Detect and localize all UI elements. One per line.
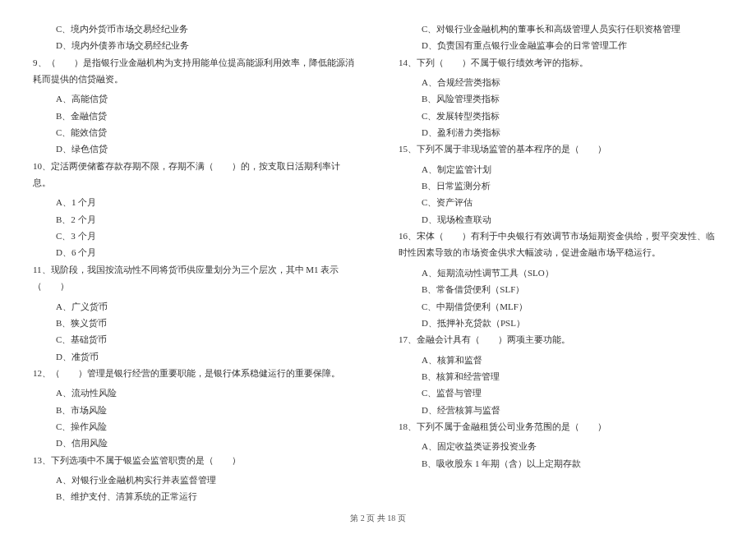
right-column: C、对银行业金融机构的董事长和高级管理人员实行任职资格管理 D、负责国有重点银行… [399, 21, 723, 497]
page-footer: 第 2 页 共 18 页 [0, 513, 756, 524]
q13-text: 13、下列选项中不属于银监会监管职责的是（ ） [33, 452, 357, 468]
q11-text: 11、现阶段，我国按流动性不同将货币供应量划分为三个层次，其中 M1 表示（ ） [33, 261, 357, 295]
q17-option-a: A、核算和监督 [399, 352, 723, 368]
q18-text: 18、下列不属于金融租赁公司业务范围的是（ ） [399, 418, 723, 435]
q18-option-b: B、吸收股东 1 年期（含）以上定期存款 [399, 455, 723, 472]
q12-text: 12、（ ）管理是银行经营的重要职能，是银行体系稳健运行的重要保障。 [33, 365, 357, 381]
q15-text: 15、下列不属于非现场监管的基本程序的是（ ） [399, 140, 723, 157]
q15-option-a: A、制定监管计划 [399, 161, 723, 177]
q14-option-d: D、盈利潜力类指标 [399, 124, 723, 140]
q10-option-b: B、2 个月 [33, 211, 357, 228]
q11-option-d: D、准货币 [33, 348, 357, 365]
q17-text: 17、金融会计具有（ ）两项主要功能。 [399, 331, 723, 348]
q11-option-c: C、基础货币 [33, 331, 357, 348]
q11-option-a: A、广义货币 [33, 298, 357, 315]
q10-text: 10、定活两便储蓄存款存期不限，存期不满（ ）的，按支取日活期利率计息。 [33, 158, 357, 191]
q16-option-a: A、短期流动性调节工具（SLO） [399, 265, 723, 281]
q12-option-c: C、操作风险 [33, 418, 357, 435]
q15-option-d: D、现场检查联动 [399, 211, 723, 228]
q10-option-c: C、3 个月 [33, 228, 357, 244]
q14-text: 14、下列（ ）不属于银行绩效考评的指标。 [399, 54, 723, 71]
q8-option-c: C、境内外货币市场交易经纪业务 [33, 21, 357, 37]
q11-option-b: B、狭义货币 [33, 315, 357, 331]
q17-option-d: D、经营核算与监督 [399, 402, 723, 418]
q10-option-d: D、6 个月 [33, 244, 357, 260]
left-column: C、境内外货币市场交易经纪业务 D、境内外债券市场交易经纪业务 9、（ ）是指银… [33, 21, 357, 497]
q17-option-c: C、监督与管理 [399, 384, 723, 401]
q14-option-b: B、风险管理类指标 [399, 90, 723, 107]
q9-text: 9、（ ）是指银行业金融机构为支持用能单位提高能源利用效率，降低能源消耗而提供的… [33, 54, 357, 88]
q13-option-c: C、对银行业金融机构的董事长和高级管理人员实行任职资格管理 [399, 21, 723, 37]
q9-option-b: B、金融信贷 [33, 108, 357, 124]
q12-option-b: B、市场风险 [33, 402, 357, 418]
q13-option-b: B、维护支付、清算系统的正常运行 [33, 488, 357, 504]
q12-option-d: D、信用风险 [33, 435, 357, 451]
q16-text: 16、宋体（ ）有利于中央银行有效调节市场短期资金供给，熨平突发性、临时性因素导… [399, 228, 723, 261]
q13-option-d: D、负责国有重点银行业金融监事会的日常管理工作 [399, 37, 723, 53]
q9-option-a: A、高能信贷 [33, 90, 357, 107]
page-content: C、境内外货币市场交易经纪业务 D、境内外债券市场交易经纪业务 9、（ ）是指银… [33, 21, 723, 497]
q9-option-c: C、能效信贷 [33, 124, 357, 140]
q14-option-c: C、发展转型类指标 [399, 108, 723, 124]
q17-option-b: B、核算和经营管理 [399, 368, 723, 384]
q15-option-b: B、日常监测分析 [399, 177, 723, 194]
q8-option-d: D、境内外债券市场交易经纪业务 [33, 37, 357, 53]
q9-option-d: D、绿色信贷 [33, 140, 357, 157]
q12-option-a: A、流动性风险 [33, 384, 357, 401]
q18-option-a: A、固定收益类证券投资业务 [399, 438, 723, 454]
q16-option-c: C、中期借贷便利（MLF） [399, 298, 723, 315]
q13-option-a: A、对银行业金融机构实行并表监督管理 [33, 472, 357, 488]
q14-option-a: A、合规经营类指标 [399, 74, 723, 90]
q15-option-c: C、资产评估 [399, 194, 723, 210]
q16-option-d: D、抵押补充贷款（PSL） [399, 315, 723, 331]
q10-option-a: A、1 个月 [33, 194, 357, 210]
q16-option-b: B、常备借贷便利（SLF） [399, 281, 723, 297]
